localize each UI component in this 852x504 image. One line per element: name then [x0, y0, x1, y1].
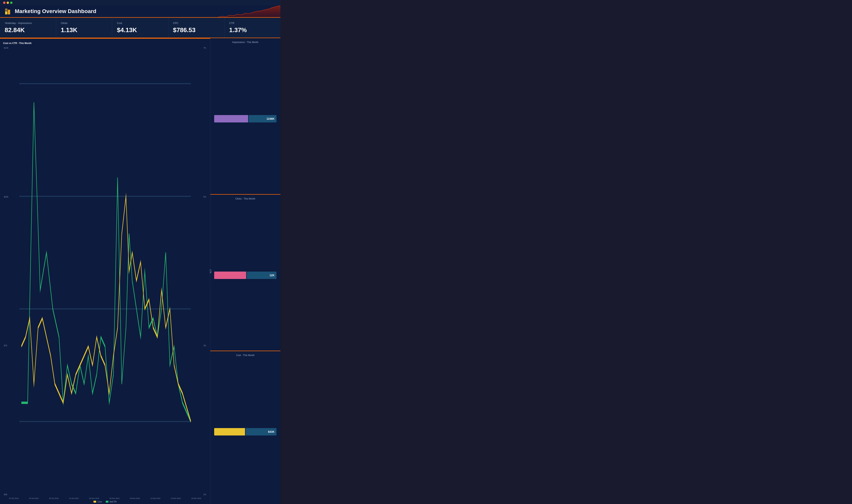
bar-divider-cost: [245, 428, 246, 436]
close-button[interactable]: [3, 2, 5, 4]
bar-track-clicks: 12K: [214, 272, 276, 279]
kpi-row: Yesterday - Impressions 82.84K Clicks 1.…: [0, 18, 280, 38]
kpi-value-ctr: 1.37%: [229, 26, 276, 34]
bar-fill-cost: [214, 428, 245, 435]
x-label-5: 06 Nov 2019: [109, 498, 119, 499]
header: Marketing Overview Dashboard: [0, 5, 280, 18]
main-content: Cost vs CTR - This Month Cost CTR $13K $…: [0, 38, 280, 504]
bar-divider-clicks: [246, 271, 247, 280]
metric-title-clicks: Clicks - This Month: [213, 197, 277, 200]
maximize-button[interactable]: [10, 2, 13, 4]
metric-title-cost: Cost - This Month: [213, 354, 277, 357]
x-label-9: 18 Nov 2019: [191, 498, 201, 499]
svg-rect-2: [5, 8, 7, 11]
kpi-value-clicks: 1.13K: [61, 26, 107, 34]
right-panel: Impressions - This Month 1248K Clicks - …: [210, 38, 280, 504]
legend-adctr-color: [106, 501, 108, 503]
svg-marker-3: [218, 5, 280, 18]
main-chart-area: Cost vs CTR - This Month Cost CTR $13K $…: [0, 38, 210, 504]
x-label-8: 15 Nov 2019: [171, 498, 181, 499]
metric-title-impressions: Impressions - This Month: [213, 41, 277, 43]
metric-card-cost: Cost - This Month $43K: [210, 351, 280, 504]
metric-card-clicks: Clicks - This Month 12K: [210, 195, 280, 351]
kpi-label-ctr: CTR: [229, 22, 276, 24]
svg-rect-1: [8, 10, 10, 14]
x-label-3: 31 Oct 2019: [69, 498, 79, 499]
bar-track-impressions: 1248K: [214, 115, 276, 123]
kpi-value-cpc: $786.53: [173, 26, 220, 34]
legend-cost: Cost: [93, 501, 102, 503]
x-label-1: 25 Oct 2019: [29, 498, 39, 499]
bar-container-impressions: 1248K: [213, 46, 277, 191]
title-bar: [0, 0, 280, 5]
kpi-card-clicks: Clicks 1.13K: [56, 18, 112, 38]
x-label-2: 28 Oct 2019: [49, 498, 59, 499]
dashboard-icon: [5, 8, 12, 15]
bar-container-clicks: 12K: [213, 202, 277, 348]
legend-cost-label: Cost: [97, 501, 102, 503]
x-label-7: 12 Nov 2019: [150, 498, 160, 499]
bar-track-cost: $43K: [214, 428, 276, 435]
bar-fill-impressions: [214, 115, 249, 123]
kpi-value-cost: $4.13K: [117, 26, 163, 34]
minimize-button[interactable]: [6, 2, 9, 4]
kpi-label-cost: Cost: [117, 22, 163, 24]
bar-value-clicks: 12K: [270, 274, 274, 277]
bar-divider-impressions: [248, 115, 249, 123]
x-label-4: 03 Nov 2019: [89, 498, 99, 499]
chart-svg: [3, 46, 207, 497]
bar-fill-clicks: [214, 272, 247, 279]
kpi-label-clicks: Clicks: [61, 22, 107, 24]
kpi-label-cpc: CPC: [173, 22, 220, 24]
svg-rect-0: [5, 11, 7, 14]
bar-container-cost: $43K: [213, 359, 277, 504]
legend-cost-color: [93, 501, 96, 503]
kpi-card-cost: Cost $4.13K: [112, 18, 168, 38]
kpi-label-impressions: Yesterday - Impressions: [5, 22, 51, 24]
chart-legend: Cost AdCTR: [3, 501, 207, 503]
bar-value-impressions: 1248K: [267, 117, 274, 120]
metric-card-impressions: Impressions - This Month 1248K: [210, 38, 280, 195]
kpi-value-impressions: 82.84K: [5, 26, 51, 34]
x-label-6: 09 Nov 2019: [130, 498, 140, 499]
chart-title: Cost vs CTR - This Month: [3, 42, 207, 44]
x-label-0: 22 Oct 2019: [9, 498, 18, 499]
y-axis-ctr-label: CTR: [209, 269, 212, 273]
traffic-lights: [3, 2, 13, 4]
header-sparkline: [218, 5, 280, 18]
kpi-card-cpc: CPC $786.53: [168, 18, 224, 38]
x-axis-labels: 22 Oct 2019 25 Oct 2019 28 Oct 2019 31 O…: [3, 498, 207, 499]
page-title: Marketing Overview Dashboard: [15, 8, 96, 14]
legend-adctr: AdCTR: [106, 501, 116, 503]
bar-value-cost: $43K: [268, 430, 274, 433]
legend-adctr-label: AdCTR: [110, 501, 116, 503]
chart-container: Cost CTR $13K $10K $7K $4K 7% 5% 3% 1%: [3, 46, 207, 497]
kpi-card-ctr: CTR 1.37%: [224, 18, 280, 38]
kpi-card-impressions: Yesterday - Impressions 82.84K: [0, 18, 56, 38]
